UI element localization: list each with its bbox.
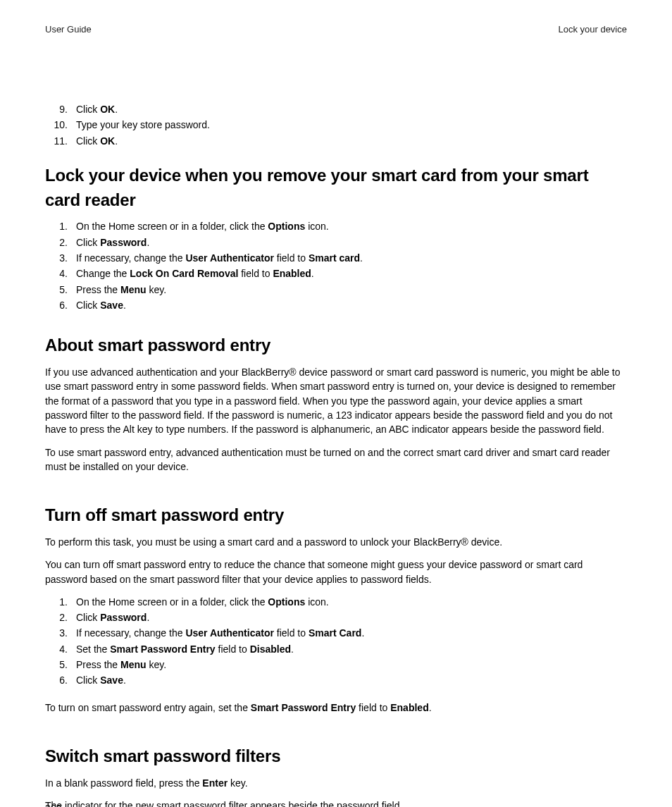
- text: .: [115, 104, 118, 115]
- bold-text: Options: [268, 596, 305, 608]
- text: .: [123, 300, 126, 311]
- section2-title: About smart password entry: [45, 333, 627, 358]
- step-text: On the Home screen or in a folder, click…: [76, 219, 627, 233]
- step-item: 6.Click Save.: [45, 298, 627, 312]
- step-text: Click OK.: [76, 134, 627, 148]
- text: To turn on smart password entry again, s…: [45, 702, 251, 713]
- section4-para1: In a blank password field, press the Ent…: [45, 776, 627, 790]
- bold-text: Save: [100, 674, 123, 686]
- page-header: User Guide Lock your device: [45, 24, 627, 35]
- step-text: Click OK.: [76, 102, 627, 116]
- text: Press the: [76, 659, 120, 670]
- bold-text: Smart Password Entry: [110, 643, 215, 655]
- step-item: 4.Change the Lock On Card Removal field …: [45, 266, 627, 281]
- text: field to: [274, 627, 309, 639]
- section1-title: Lock your device when you remove your sm…: [45, 164, 627, 213]
- step-number: 9.: [51, 102, 68, 116]
- text: Type your key store password.: [76, 119, 210, 130]
- step-item: 6.Click Save.: [45, 673, 627, 687]
- step-number: 2.: [51, 235, 68, 250]
- section3-title: Turn off smart password entry: [45, 503, 627, 528]
- text: icon.: [305, 221, 328, 232]
- step-text: On the Home screen or in a folder, click…: [76, 595, 627, 609]
- step-text: Press the Menu key.: [76, 283, 627, 297]
- section3-para1: To perform this task, you must be using …: [45, 535, 627, 549]
- step-text: Click Save.: [76, 673, 627, 687]
- step-number: 1.: [51, 219, 68, 233]
- bold-text: Password: [100, 237, 147, 248]
- text: icon.: [305, 596, 328, 608]
- step-item: 2.Click Password.: [45, 235, 627, 250]
- bold-text: User Authenticator: [185, 627, 274, 639]
- bold-text: User Authenticator: [185, 252, 274, 264]
- step-item: 5.Press the Menu key.: [45, 658, 627, 672]
- text: .: [147, 237, 149, 248]
- section2-para2: To use smart password entry, advanced au…: [45, 445, 627, 474]
- step-number: 3.: [51, 251, 68, 265]
- section2-para1: If you use advanced authentication and y…: [45, 365, 627, 436]
- text: key.: [147, 659, 167, 670]
- section3-steps: 1.On the Home screen or in a folder, cli…: [45, 595, 627, 688]
- text: Click: [76, 674, 100, 686]
- step-text: If necessary, change the User Authentica…: [76, 251, 627, 265]
- text: .: [123, 674, 126, 686]
- bold-text: Options: [268, 221, 305, 232]
- text: field to: [238, 268, 273, 279]
- header-left: User Guide: [45, 24, 92, 35]
- step-text: Set the Smart Password Entry field to Di…: [76, 642, 627, 656]
- bold-text: Enter: [202, 777, 228, 789]
- step-text: Click Password.: [76, 235, 627, 250]
- text: field to: [356, 702, 390, 713]
- section3-para3: To turn on smart password entry again, s…: [45, 701, 627, 715]
- step-text: Click Password.: [76, 610, 627, 624]
- bold-text: Enabled: [273, 268, 311, 279]
- section4-para2: The indicator for the new smart password…: [45, 799, 627, 807]
- header-right: Lock your device: [558, 24, 627, 35]
- step-item: 11.Click OK.: [45, 134, 627, 148]
- bold-text: Disabled: [250, 643, 291, 655]
- step-number: 4.: [51, 642, 68, 656]
- bold-text: Menu: [120, 659, 147, 670]
- step-text: If necessary, change the User Authentica…: [76, 626, 627, 640]
- text: Click: [76, 104, 100, 115]
- text: Click: [76, 300, 100, 311]
- step-text: Press the Menu key.: [76, 658, 627, 672]
- bold-text: Smart Password Entry: [251, 702, 356, 713]
- step-number: 10.: [51, 118, 68, 132]
- text: On the Home screen or in a folder, click…: [76, 596, 268, 608]
- step-item: 5.Press the Menu key.: [45, 283, 627, 297]
- text: field to: [274, 252, 309, 264]
- step-item: 4.Set the Smart Password Entry field to …: [45, 642, 627, 656]
- step-item: 2.Click Password.: [45, 610, 627, 624]
- step-text: Change the Lock On Card Removal field to…: [76, 266, 627, 281]
- step-number: 11.: [51, 134, 68, 148]
- text: .: [147, 612, 149, 623]
- section4-title: Switch smart password filters: [45, 744, 627, 769]
- step-text: Type your key store password.: [76, 118, 627, 132]
- text: Click: [76, 135, 100, 147]
- bold-text: Smart Card: [309, 627, 361, 639]
- bold-text: Save: [100, 300, 123, 311]
- step-item: 3.If necessary, change the User Authenti…: [45, 251, 627, 265]
- text: .: [360, 252, 363, 264]
- step-number: 6.: [51, 298, 68, 312]
- step-number: 5.: [51, 658, 68, 672]
- step-text: Click Save.: [76, 298, 627, 312]
- text: field to: [216, 643, 250, 655]
- bold-text: Enabled: [390, 702, 428, 713]
- step-number: 2.: [51, 610, 68, 624]
- text: Change the: [76, 268, 130, 279]
- text: .: [291, 643, 294, 655]
- text: key.: [228, 777, 248, 789]
- text: On the Home screen or in a folder, click…: [76, 221, 268, 232]
- text: Press the: [76, 284, 120, 295]
- text: If necessary, change the: [76, 252, 185, 264]
- bold-text: Password: [100, 612, 147, 623]
- text: .: [429, 702, 432, 713]
- text: Set the: [76, 643, 110, 655]
- step-number: 1.: [51, 595, 68, 609]
- text: .: [115, 135, 118, 147]
- section1-steps: 1.On the Home screen or in a folder, cli…: [45, 219, 627, 312]
- text: key.: [147, 284, 167, 295]
- step-item: 1.On the Home screen or in a folder, cli…: [45, 595, 627, 609]
